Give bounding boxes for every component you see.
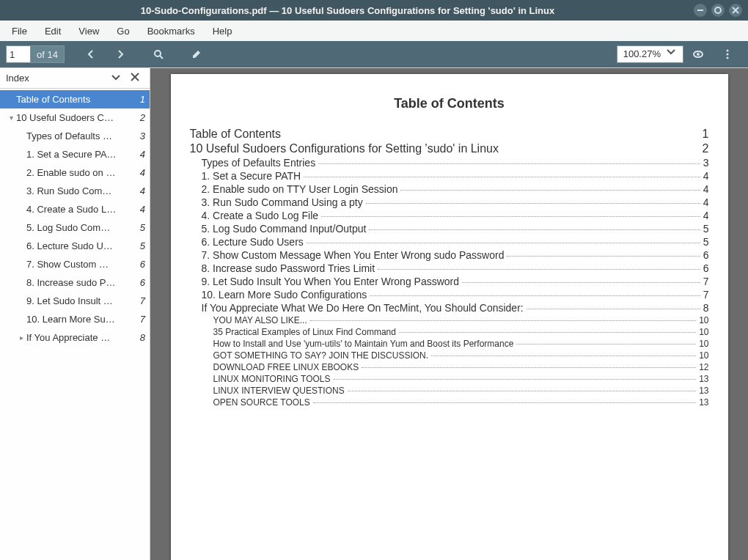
- toc-entry[interactable]: If You Appreciate What We Do Here On Tec…: [202, 302, 709, 314]
- toc-entry[interactable]: 6. Lecture Sudo Users5: [202, 236, 709, 248]
- sidebar-item-page: 4: [132, 149, 145, 160]
- toc-entry-title: Types of Defaults Entries: [202, 157, 316, 169]
- annotate-button[interactable]: [185, 44, 208, 65]
- sidebar-item[interactable]: 7. Show Custom …6: [0, 255, 150, 273]
- next-page-button[interactable]: [109, 44, 132, 65]
- sidebar-item[interactable]: 6. Lecture Sudo U…5: [0, 237, 150, 255]
- toc-entry-title: 6. Lecture Sudo Users: [202, 236, 304, 248]
- toc-entry[interactable]: OPEN SOURCE TOOLS13: [213, 397, 709, 408]
- toc-entry[interactable]: YOU MAY ALSO LIKE...10: [213, 315, 709, 325]
- sidebar-item-label: 5. Log Sudo Com…: [26, 222, 132, 233]
- toc-entry-page: 4: [703, 170, 709, 182]
- toc-entry[interactable]: LINUX MONITORING TOOLS13: [213, 374, 709, 384]
- toc-entry-page: 5: [703, 236, 709, 248]
- search-button[interactable]: [147, 44, 170, 65]
- page-heading: Table of Contents: [190, 96, 709, 111]
- sidebar-item-page: 6: [132, 277, 145, 288]
- toc-entry[interactable]: 9. Let Sudo Insult You When You Enter Wr…: [202, 276, 709, 287]
- menu-edit[interactable]: Edit: [37, 23, 68, 40]
- toc-entry[interactable]: 4. Create a Sudo Log File4: [202, 210, 709, 221]
- toc-entry-page: 4: [703, 183, 709, 195]
- sidebar-item[interactable]: 10. Learn More Su…7: [0, 310, 150, 328]
- sidebar-item-label: 10. Learn More Su…: [26, 314, 132, 325]
- svg-line-5: [160, 56, 163, 59]
- toc-leader-dots: [366, 203, 700, 204]
- sidebar-item[interactable]: 4. Create a Sudo L…4: [0, 200, 150, 218]
- sidebar-item-label: 1. Set a Secure PA…: [26, 149, 132, 160]
- expander-icon[interactable]: ▸: [16, 334, 26, 342]
- sidebar-dropdown-button[interactable]: [106, 71, 126, 85]
- sidebar-item[interactable]: 9. Let Sudo Insult …7: [0, 292, 150, 310]
- svg-point-8: [727, 50, 729, 52]
- toc-leader-dots: [362, 367, 696, 368]
- toc-leader-dots: [310, 320, 696, 321]
- sidebar-item-label: 9. Let Sudo Insult …: [26, 295, 132, 306]
- menu-view[interactable]: View: [71, 23, 106, 40]
- sidebar-item[interactable]: ▾10 Useful Sudoers C…2: [0, 108, 150, 127]
- expander-icon[interactable]: ▾: [6, 114, 16, 122]
- menu-bookmarks[interactable]: Bookmarks: [140, 23, 202, 40]
- toc-entry[interactable]: 2. Enable sudo on TTY User Login Session…: [202, 183, 709, 195]
- toc-entry-title: YOU MAY ALSO LIKE...: [213, 315, 307, 325]
- menu-go[interactable]: Go: [109, 23, 136, 40]
- toc-entry[interactable]: 7. Show Custom Message When You Enter Wr…: [202, 249, 709, 261]
- toc-entry-title: 5. Log Sudo Command Input/Output: [202, 223, 367, 235]
- sidebar-item[interactable]: Table of Contents1: [0, 90, 150, 108]
- svg-point-1: [715, 7, 721, 13]
- sidebar-item[interactable]: 1. Set a Secure PA…4: [0, 145, 150, 163]
- sidebar-item-label: 2. Enable sudo on …: [26, 167, 132, 178]
- sidebar-item-label: Types of Defaults …: [26, 130, 132, 141]
- toc-entry[interactable]: GOT SOMETHING TO SAY? JOIN THE DISCUSSIO…: [213, 350, 709, 361]
- page-number-input[interactable]: [6, 45, 31, 63]
- toc-leader-dots: [313, 402, 696, 403]
- toc-entry[interactable]: 3. Run Sudo Command Using a pty4: [202, 196, 709, 208]
- sidebar-item[interactable]: Types of Defaults …3: [0, 127, 150, 145]
- toc-entry[interactable]: 10 Useful Sudoers Configurations for Set…: [190, 142, 709, 155]
- toc-leader-dots: [369, 229, 700, 230]
- toc-entry[interactable]: 35 Practical Examples of Linux Find Comm…: [213, 327, 709, 337]
- toc-entry-page: 12: [699, 362, 708, 372]
- titlebar: 10-Sudo-Configurations.pdf — 10 Useful S…: [0, 0, 748, 21]
- maximize-button[interactable]: [711, 4, 725, 17]
- prev-page-button[interactable]: [79, 44, 103, 65]
- sidebar-item-label: 6. Lecture Sudo U…: [26, 240, 132, 251]
- toc-entry-page: 10: [699, 339, 708, 349]
- toc-entry[interactable]: 5. Log Sudo Command Input/Output5: [202, 223, 709, 235]
- zoom-value: 100.27%: [623, 45, 661, 63]
- menu-help[interactable]: Help: [205, 23, 240, 40]
- toc-entry[interactable]: How to Install and Use 'yum-utils' to Ma…: [213, 339, 709, 349]
- sidebar-item[interactable]: 5. Log Sudo Com…5: [0, 218, 150, 237]
- zoom-dropdown[interactable]: 100.27%: [617, 45, 683, 63]
- toc-entry-title: OPEN SOURCE TOOLS: [213, 397, 310, 408]
- document-area[interactable]: Table of Contents Table of Contents110 U…: [150, 68, 748, 560]
- page-count-label: of 14: [31, 45, 65, 63]
- toc-entry[interactable]: 8. Increase sudo Password Tries Limit6: [202, 262, 709, 274]
- toc-entry-title: How to Install and Use 'yum-utils' to Ma…: [213, 339, 514, 349]
- sidebar: Index Table of Contents1▾10 Useful Sudoe…: [0, 68, 150, 560]
- sidebar-item[interactable]: 2. Enable sudo on …4: [0, 163, 150, 182]
- document-page: Table of Contents Table of Contents110 U…: [171, 74, 728, 560]
- view-mode-button[interactable]: [686, 44, 710, 65]
- menu-file[interactable]: File: [4, 23, 34, 40]
- toc-entry[interactable]: DOWNLOAD FREE LINUX EBOOKS12: [213, 362, 709, 372]
- minimize-button[interactable]: [694, 4, 707, 17]
- close-button[interactable]: [729, 4, 742, 17]
- menu-button[interactable]: [716, 44, 739, 65]
- sidebar-item-page: 4: [132, 204, 145, 215]
- toc-leader-dots: [462, 282, 700, 283]
- svg-point-9: [727, 54, 729, 56]
- sidebar-item[interactable]: 8. Increase sudo P…6: [0, 273, 150, 292]
- toc-entry[interactable]: 1. Set a Secure PATH4: [202, 170, 709, 182]
- toc-entry[interactable]: LINUX INTERVIEW QUESTIONS13: [213, 386, 709, 396]
- toc-entry-page: 8: [703, 302, 709, 314]
- sidebar-item[interactable]: 3. Run Sudo Com…4: [0, 182, 150, 200]
- toc-leader-dots: [318, 163, 700, 164]
- toc-entry[interactable]: 10. Learn More Sudo Configurations7: [202, 289, 709, 301]
- toc-entry[interactable]: Table of Contents1: [190, 128, 709, 141]
- svg-point-4: [155, 51, 161, 56]
- menubar: File Edit View Go Bookmarks Help: [0, 21, 748, 41]
- toc-entry-title: 35 Practical Examples of Linux Find Comm…: [213, 327, 396, 337]
- toc-entry[interactable]: Types of Defaults Entries3: [202, 157, 709, 169]
- sidebar-item[interactable]: ▸If You Appreciate …8: [0, 328, 150, 347]
- sidebar-close-button[interactable]: [126, 71, 144, 85]
